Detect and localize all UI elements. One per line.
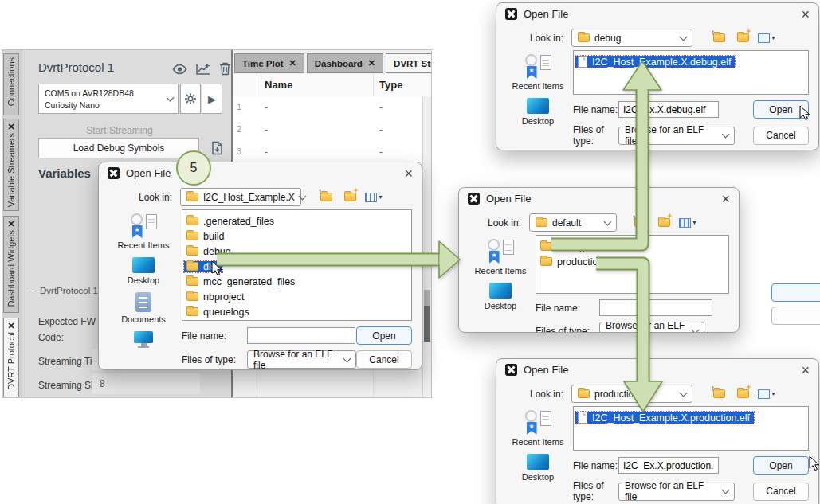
cancel-button[interactable]: Cancel bbox=[753, 127, 809, 145]
file-name-input[interactable] bbox=[247, 327, 355, 344]
shortcut-recent-items[interactable]: Recent Items bbox=[118, 213, 170, 250]
cancel-button[interactable] bbox=[771, 307, 820, 325]
close-icon[interactable]: ✕ bbox=[7, 123, 14, 131]
folder-icon bbox=[186, 277, 198, 286]
dock-tab-dashboard-widgets[interactable]: ✕ Dashboard Widgets bbox=[3, 216, 19, 313]
open-button[interactable]: Open bbox=[753, 100, 809, 119]
folder-name: build bbox=[203, 231, 224, 242]
open-button[interactable]: Open bbox=[356, 326, 412, 345]
new-folder-icon[interactable] bbox=[341, 190, 359, 205]
file-list[interactable]: I2C_Host_Example.X.debug.elf bbox=[573, 50, 809, 95]
up-one-level-icon[interactable]: ↑ bbox=[710, 387, 728, 401]
shortcut-recent-items[interactable]: Recent Items bbox=[475, 239, 527, 275]
device-settings-button[interactable] bbox=[180, 84, 201, 114]
files-of-type-dropdown[interactable]: Browse for an ELF file bbox=[247, 350, 356, 369]
look-in-dropdown[interactable]: production bbox=[571, 385, 692, 403]
shortcut-documents[interactable]: Documents bbox=[121, 292, 166, 324]
add-plot-icon[interactable] bbox=[196, 63, 210, 79]
dock-tab-connections[interactable]: Connections bbox=[3, 53, 19, 115]
shortcut-recent-items[interactable]: Recent Items bbox=[512, 410, 564, 447]
view-menu-icon[interactable]: ▾ bbox=[679, 216, 696, 230]
up-one-level-icon[interactable]: ↑ bbox=[710, 31, 728, 45]
list-item[interactable]: nbproject bbox=[184, 289, 410, 304]
view-menu-icon[interactable]: ▾ bbox=[758, 31, 775, 45]
file-name-input[interactable] bbox=[618, 101, 719, 118]
list-item[interactable]: build bbox=[184, 229, 410, 244]
close-icon[interactable]: ✕ bbox=[7, 322, 14, 330]
up-one-level-icon[interactable]: ↑ bbox=[317, 190, 335, 205]
dialog-titlebar[interactable]: Open File × bbox=[496, 359, 818, 381]
list-item[interactable]: mcc_generated_files bbox=[184, 274, 410, 289]
shortcut-this-pc[interactable] bbox=[134, 331, 153, 348]
shortcut-desktop[interactable]: Desktop bbox=[522, 98, 554, 126]
visibility-eye-icon[interactable] bbox=[172, 64, 187, 78]
tab-dvrt-streaming[interactable]: DVRT Streaming bbox=[386, 53, 431, 73]
shortcut-desktop[interactable]: Desktop bbox=[128, 257, 159, 285]
folder-list[interactable]: .generated_files build debug dist mcc_ge… bbox=[182, 209, 412, 321]
list-item-selected-file[interactable]: I2C_Host_Example.X.production.elf bbox=[575, 410, 806, 425]
scrollbar-thumb[interactable] bbox=[424, 306, 430, 342]
folder-list[interactable]: debug production bbox=[536, 235, 729, 294]
play-button[interactable]: ▶ bbox=[202, 84, 222, 114]
close-icon[interactable]: × bbox=[721, 192, 730, 206]
close-icon[interactable]: × bbox=[801, 7, 810, 21]
list-item-selected-dist[interactable]: dist bbox=[184, 259, 410, 274]
shortcut-desktop[interactable]: Desktop bbox=[522, 454, 554, 482]
close-icon[interactable]: ✕ bbox=[368, 58, 375, 68]
look-in-dropdown[interactable]: debug bbox=[571, 29, 692, 47]
list-item[interactable]: queuelogs bbox=[184, 304, 410, 319]
trash-icon[interactable] bbox=[219, 62, 231, 79]
streaming-slots-field[interactable]: 8 bbox=[92, 373, 200, 394]
tab-time-plot[interactable]: Time Plot ✕ bbox=[234, 53, 304, 73]
files-of-type-dropdown[interactable]: Browse for an ELF file bbox=[618, 127, 735, 145]
dialog-titlebar[interactable]: Open File × bbox=[99, 162, 422, 184]
look-in-dropdown[interactable]: I2C_Host_Example.X bbox=[180, 188, 301, 206]
cancel-button[interactable]: Cancel bbox=[753, 483, 809, 501]
computer-icon bbox=[134, 331, 153, 348]
shortcut-desktop[interactable]: Desktop bbox=[485, 283, 516, 311]
vertical-scrollbar[interactable] bbox=[422, 96, 431, 397]
view-menu-icon[interactable]: ▾ bbox=[758, 387, 775, 401]
file-name-label: File name: bbox=[182, 330, 247, 342]
file-name-input[interactable] bbox=[599, 299, 712, 316]
list-item[interactable]: debug bbox=[184, 244, 410, 259]
table-row[interactable]: 3 - - bbox=[233, 141, 431, 164]
list-item[interactable]: .generated_files bbox=[184, 213, 410, 229]
open-button[interactable] bbox=[771, 283, 820, 302]
dialog-titlebar[interactable]: Open File × bbox=[459, 188, 739, 209]
file-name-input[interactable] bbox=[618, 457, 719, 474]
dock-tab-dvrt-protocol[interactable]: ✕ DVRT Protocol bbox=[3, 318, 19, 397]
look-in-dropdown[interactable]: default bbox=[529, 213, 617, 232]
close-icon[interactable]: × bbox=[801, 363, 810, 377]
list-item-selected-file[interactable]: I2C_Host_Example.X.debug.elf bbox=[575, 54, 806, 69]
open-button[interactable]: Open bbox=[753, 456, 809, 475]
list-item[interactable]: production bbox=[538, 254, 727, 269]
files-of-type-dropdown[interactable]: Browse for an ELF file bbox=[618, 483, 735, 501]
dock-tab-variable-streamers[interactable]: ✕ Variable Streamers bbox=[3, 119, 19, 211]
table-row[interactable]: 2 - - bbox=[233, 119, 431, 142]
device-connection-dropdown[interactable]: COM5 on AVR128DB48 Curiosity Nano bbox=[38, 84, 179, 114]
table-header: Name Type bbox=[233, 74, 431, 97]
scrollbar-thumb[interactable] bbox=[424, 290, 430, 306]
file-list[interactable]: I2C_Host_Example.X.production.elf bbox=[573, 406, 809, 451]
files-of-type-dropdown[interactable]: Browse for an ELF file bbox=[599, 322, 704, 333]
column-header-name[interactable]: Name bbox=[265, 79, 292, 91]
folder-name: queuelogs bbox=[203, 307, 249, 318]
up-one-level-icon[interactable]: ↑ bbox=[631, 216, 649, 230]
cancel-button[interactable]: Cancel bbox=[356, 350, 412, 369]
view-menu-icon[interactable]: ▾ bbox=[365, 190, 383, 205]
dialog-titlebar[interactable]: Open File × bbox=[496, 3, 818, 25]
tab-dashboard[interactable]: Dashboard ✕ bbox=[307, 53, 383, 73]
close-icon[interactable]: × bbox=[404, 166, 413, 181]
close-icon[interactable]: ✕ bbox=[289, 58, 296, 68]
load-symbols-file-icon[interactable] bbox=[206, 139, 228, 158]
load-debug-symbols-button[interactable]: Load Debug Symbols bbox=[38, 138, 199, 158]
shortcut-recent-items[interactable]: Recent Items bbox=[512, 54, 564, 91]
list-item[interactable]: debug bbox=[538, 239, 727, 254]
table-row[interactable]: 1 - - bbox=[233, 96, 431, 119]
new-folder-icon[interactable] bbox=[655, 216, 673, 230]
new-folder-icon[interactable] bbox=[734, 387, 751, 401]
column-header-type[interactable]: Type bbox=[379, 79, 402, 91]
close-icon[interactable]: ✕ bbox=[7, 220, 14, 228]
new-folder-icon[interactable] bbox=[734, 31, 751, 45]
